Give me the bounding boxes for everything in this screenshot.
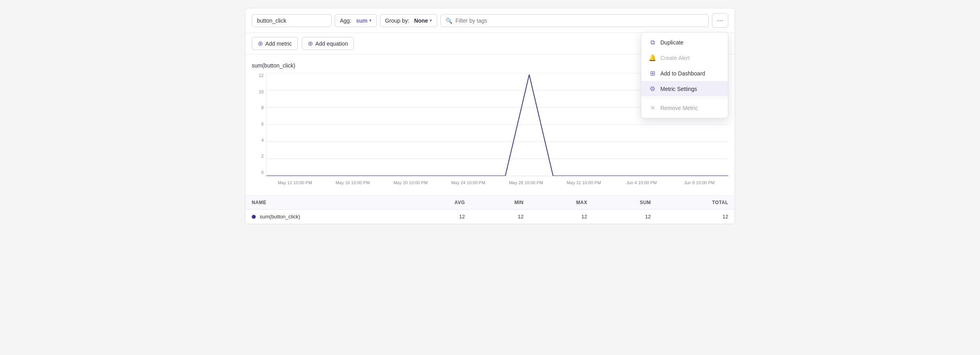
row-min: 12 [471, 210, 530, 224]
data-table: NAME AVG MIN MAX SUM TOTAL sum(button_cl… [245, 196, 735, 224]
top-bar: Agg: sum ▾ Group by: None ▾ 🔍 ··· ⧉ Dupl… [245, 8, 735, 33]
menu-item-create-alert: 🔔 Create Alert [641, 50, 728, 66]
duplicate-icon: ⧉ [648, 39, 656, 46]
x-label-3: May 24 10:00 PM [440, 180, 498, 185]
x-axis: May 12 10:00 PM May 16 10:00 PM May 20 1… [266, 178, 728, 192]
menu-divider [641, 98, 728, 98]
add-dashboard-icon: ⊞ [648, 69, 656, 77]
filter-input-wrap: 🔍 [440, 14, 709, 27]
create-alert-icon: 🔔 [648, 54, 656, 62]
x-label-4: May 28 10:00 PM [497, 180, 555, 185]
y-label-8: 8 [252, 105, 266, 110]
add-metric-label: Add metric [265, 41, 292, 47]
remove-metric-icon: ✕ [648, 104, 656, 112]
row-sum: 12 [594, 210, 657, 224]
y-label-2: 2 [252, 154, 266, 158]
menu-item-duplicate-label: Duplicate [660, 39, 683, 46]
menu-item-metric-settings[interactable]: ⚙ Metric Settings [641, 81, 728, 96]
table-header-row: NAME AVG MIN MAX SUM TOTAL [245, 196, 735, 210]
groupby-value: None [414, 17, 428, 24]
y-label-4: 4 [252, 138, 266, 143]
agg-label: Agg: [340, 17, 351, 24]
menu-item-add-dashboard[interactable]: ⊞ Add to Dashboard [641, 66, 728, 81]
add-metric-button[interactable]: ⊕ Add metric [252, 37, 298, 50]
col-total: TOTAL [657, 196, 735, 210]
agg-chevron-icon: ▾ [369, 18, 372, 23]
menu-item-remove-metric-label: Remove Metric [660, 105, 698, 111]
col-name: NAME [245, 196, 409, 210]
x-label-7: Jun 8 10:00 PM [671, 180, 729, 185]
add-metric-plus-icon: ⊕ [258, 40, 263, 47]
groupby-chevron-icon: ▾ [430, 18, 432, 23]
groupby-label: Group by: [385, 17, 409, 24]
menu-item-metric-settings-label: Metric Settings [660, 86, 697, 92]
col-min: MIN [471, 196, 530, 210]
x-label-6: Jun 4 10:00 PM [613, 180, 671, 185]
row-dot [252, 215, 256, 219]
col-avg: AVG [409, 196, 471, 210]
x-label-5: May 31 10:00 PM [555, 180, 613, 185]
chart-title: sum(button_click) [252, 62, 295, 69]
y-axis: 0 2 4 6 8 10 12 [252, 73, 266, 176]
menu-item-add-dashboard-label: Add to Dashboard [660, 70, 705, 77]
add-equation-button[interactable]: ⊕ Add equation [302, 37, 354, 50]
more-icon: ··· [717, 16, 723, 25]
menu-item-remove-metric[interactable]: ✕ Remove Metric [641, 100, 728, 116]
metric-input[interactable] [252, 14, 332, 27]
agg-button[interactable]: Agg: sum ▾ [335, 14, 377, 27]
table-row: sum(button_click) 12 12 12 12 12 [245, 210, 735, 224]
filter-input[interactable] [455, 17, 704, 24]
agg-value: sum [356, 17, 368, 24]
col-max: MAX [530, 196, 594, 210]
metric-settings-icon: ⚙ [648, 85, 656, 93]
y-label-12: 12 [252, 73, 266, 78]
row-total: 12 [657, 210, 735, 224]
search-icon: 🔍 [446, 17, 452, 24]
menu-item-create-alert-label: Create Alert [660, 55, 690, 61]
row-max: 12 [530, 210, 594, 224]
x-label-0: May 12 10:00 PM [266, 180, 324, 185]
y-label-0: 0 [252, 170, 266, 175]
x-label-2: May 20 10:00 PM [382, 180, 440, 185]
row-avg: 12 [409, 210, 471, 224]
y-label-6: 6 [252, 122, 266, 126]
menu-item-duplicate[interactable]: ⧉ Duplicate [641, 35, 728, 50]
row-name-cell: sum(button_click) [245, 210, 409, 224]
more-button-wrap: ··· ⧉ Duplicate 🔔 Create Alert ⊞ Add to … [712, 13, 728, 28]
dropdown-menu: ⧉ Duplicate 🔔 Create Alert ⊞ Add to Dash… [641, 32, 728, 118]
more-button[interactable]: ··· [712, 13, 728, 28]
groupby-button[interactable]: Group by: None ▾ [380, 14, 437, 27]
y-label-10: 10 [252, 89, 266, 94]
row-name-value: sum(button_click) [260, 214, 300, 220]
x-label-1: May 16 10:00 PM [324, 180, 382, 185]
add-equation-label: Add equation [315, 41, 348, 47]
col-sum: SUM [594, 196, 657, 210]
table-section: NAME AVG MIN MAX SUM TOTAL sum(button_cl… [245, 195, 735, 224]
add-equation-plus-icon: ⊕ [308, 40, 313, 47]
